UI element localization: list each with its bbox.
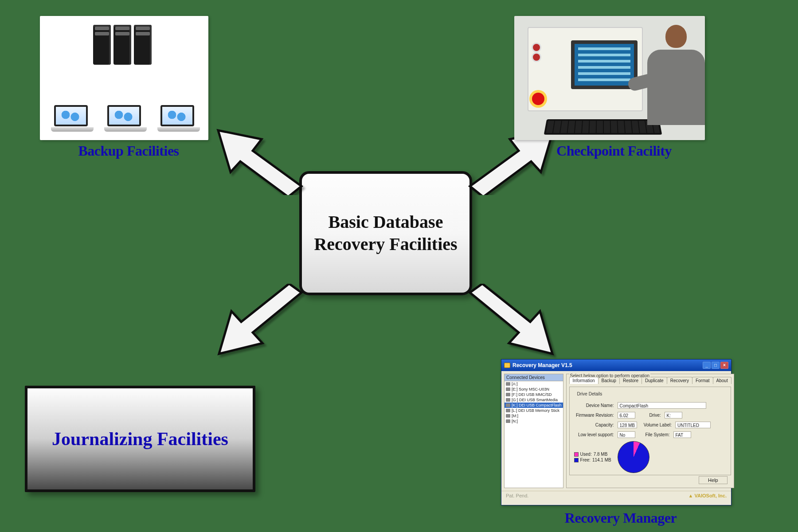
svg-marker-0 — [218, 130, 301, 195]
tab-about[interactable]: About — [713, 377, 732, 384]
maximize-icon[interactable]: □ — [712, 362, 720, 369]
checkpoint-illustration — [514, 16, 705, 140]
firmware-label: Firmware Revision: — [574, 413, 614, 418]
device-item[interactable]: [N:] — [505, 419, 563, 424]
free-label: Free: — [580, 458, 591, 462]
device-name-label: Device Name: — [574, 403, 614, 408]
drive-icon — [506, 382, 510, 386]
window-title: Recovery Manager V1.5 — [512, 362, 572, 368]
drive-details-panel: Drive Details Device Name: CompactFlash … — [569, 387, 731, 475]
free-swatch-icon — [574, 458, 579, 462]
node-backup-facilities: Backup Facilities — [40, 16, 217, 159]
node-checkpoint-facility: Checkpoint Facility — [514, 16, 714, 159]
device-item[interactable]: [K:] DEI USB CompactFlash — [505, 403, 563, 408]
recovery-manager-label: Recovery Manager — [501, 510, 740, 526]
filesystem-value: FAT — [673, 431, 691, 438]
close-icon[interactable]: × — [720, 362, 728, 369]
backup-illustration — [40, 16, 208, 140]
window-titlebar: Recovery Manager V1.5 _ □ × — [501, 360, 731, 371]
usage-legend: Used: 7.8 MB Free: 114.1 MB — [574, 451, 611, 463]
capacity-label: Capacity: — [574, 422, 614, 427]
device-list-header: Connected Devices — [505, 374, 563, 381]
volume-label-value: UNTITLED — [675, 422, 711, 428]
minimize-icon[interactable]: _ — [703, 362, 711, 369]
drive-icon — [506, 414, 510, 418]
svg-marker-2 — [219, 284, 301, 354]
footer-brand: ▲ VAIOSoft, Inc. — [688, 493, 727, 498]
lowlevel-value: No — [618, 431, 635, 438]
node-journalizing-facilities: Journalizing Facilities — [25, 386, 255, 492]
window-footer: Pat. Pend. ▲ VAIOSoft, Inc. — [501, 491, 731, 500]
journalizing-label: Journalizing Facilities — [52, 426, 228, 452]
volume-label-label: Volume Label: — [641, 422, 672, 427]
firmware-value: 6.02 — [618, 412, 635, 419]
arrow-to-journalizing — [213, 284, 310, 364]
drive-icon — [506, 398, 510, 402]
recovery-manager-window: Recovery Manager V1.5 _ □ × Connected De… — [501, 359, 732, 505]
device-item[interactable]: [M:] — [505, 413, 563, 419]
arrow-to-recovery-manager — [461, 284, 559, 364]
drive-icon — [506, 419, 510, 423]
device-item[interactable]: [E:] Sony MSC-U03N — [505, 387, 563, 392]
used-swatch-icon — [574, 452, 579, 457]
device-item[interactable]: [F:] DEI USB MMC/SD — [505, 392, 563, 397]
tab-information[interactable]: Information — [569, 377, 598, 384]
device-list: Connected Devices [A:][E:] Sony MSC-U03N… — [504, 374, 563, 488]
svg-marker-3 — [470, 284, 552, 354]
footer-left: Pat. Pend. — [506, 493, 528, 498]
usage-pie-chart — [618, 441, 649, 473]
drive-icon — [506, 409, 510, 412]
device-item[interactable]: [L:] DEI USB Memory Stick — [505, 408, 563, 413]
drive-value: K: — [665, 412, 682, 419]
capacity-value: 128 MB — [618, 422, 637, 428]
center-concept-box: Basic Database Recovery Facilities — [299, 171, 472, 295]
arrow-to-backup — [213, 124, 310, 195]
drive-icon — [506, 387, 510, 391]
tab-format[interactable]: Format — [692, 377, 713, 384]
folder-icon — [504, 363, 510, 368]
drive-label: Drive: — [639, 413, 661, 418]
drive-icon — [506, 393, 510, 396]
device-name-value: CompactFlash — [618, 402, 706, 409]
tab-recovery[interactable]: Recovery — [667, 377, 692, 384]
help-button[interactable]: Help — [699, 476, 728, 484]
node-recovery-manager: Recovery Manager V1.5 _ □ × Connected De… — [501, 359, 740, 526]
center-title: Basic Database Recovery Facilities — [311, 211, 461, 255]
drive-icon — [506, 403, 510, 407]
free-value: 114.1 MB — [592, 458, 611, 462]
device-item[interactable]: [A:] — [505, 381, 563, 387]
used-label: Used: — [580, 452, 592, 457]
group-title: Drive Details — [576, 391, 604, 396]
backup-label: Backup Facilities — [40, 143, 217, 159]
device-item[interactable]: [G:] DEI USB SmartMedia — [505, 397, 563, 403]
checkpoint-label: Checkpoint Facility — [514, 143, 714, 159]
filesystem-label: File System: — [639, 432, 670, 437]
lowlevel-label: Low level support: — [574, 432, 614, 437]
used-value: 7.8 MB — [594, 452, 608, 457]
